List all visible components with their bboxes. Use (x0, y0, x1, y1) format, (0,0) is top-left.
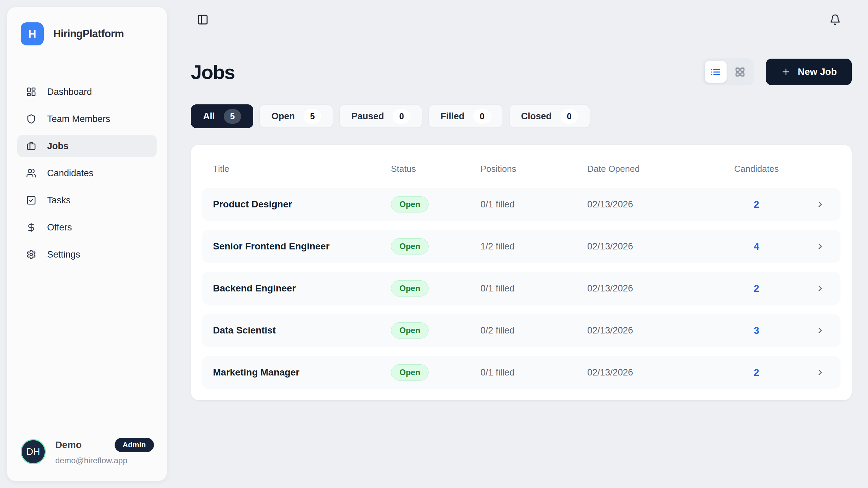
users-icon (26, 168, 36, 178)
sidebar-item[interactable]: Offers (17, 216, 157, 239)
sidebar-nav: Dashboard Team Members Jobs Candidates T… (7, 81, 167, 266)
dollar-icon (26, 222, 36, 232)
table-row[interactable]: Senior Frontend Engineer Open 1/2 filled… (202, 230, 841, 263)
filter-tab-label: Filled (440, 111, 465, 122)
sidebar-item[interactable]: Team Members (17, 108, 157, 130)
job-title: Marketing Manager (213, 367, 391, 378)
role-badge: Admin (115, 438, 154, 452)
table-header: Title Status Positions Date Opened Candi… (202, 149, 841, 188)
filter-tab[interactable]: Open 5 (259, 104, 333, 128)
column-header-positions: Positions (480, 164, 587, 174)
sidebar-item[interactable]: Dashboard (17, 81, 157, 103)
dashboard-icon (26, 87, 36, 97)
brand: H HiringPlatform (7, 7, 167, 45)
filter-tab-label: Open (271, 111, 295, 122)
chevron-right-icon (815, 242, 825, 251)
view-toggle (702, 58, 754, 85)
panel-left-icon (197, 14, 209, 25)
status-badge: Open (391, 196, 429, 212)
page-title: Jobs (191, 61, 235, 83)
job-positions: 0/2 filled (480, 325, 587, 336)
list-view-button[interactable] (705, 61, 727, 83)
table-row[interactable]: Product Designer Open 0/1 filled 02/13/2… (202, 188, 841, 221)
column-header-date-opened: Date Opened (587, 164, 723, 174)
chevron-right-icon (815, 284, 825, 293)
chevron-right-icon (815, 326, 825, 335)
row-open-button[interactable] (790, 200, 830, 209)
user-email: demo@hireflow.app (55, 456, 154, 465)
chevron-right-icon (815, 368, 825, 377)
job-positions: 0/1 filled (480, 367, 587, 378)
sidebar-item-label: Offers (47, 222, 72, 233)
status-badge: Open (391, 238, 429, 255)
column-header-title: Title (213, 164, 391, 174)
sidebar-item-label: Tasks (47, 195, 71, 206)
row-open-button[interactable] (790, 284, 830, 293)
jobs-table-body: Product Designer Open 0/1 filled 02/13/2… (202, 188, 841, 389)
task-check-icon (26, 195, 36, 205)
plus-icon (781, 67, 791, 77)
filter-tab-label: All (203, 111, 215, 122)
job-positions: 0/1 filled (480, 283, 587, 294)
status-badge: Open (391, 322, 429, 339)
job-date-opened: 02/13/2026 (587, 199, 723, 210)
filter-tab-count: 5 (303, 109, 321, 124)
sidebar: H HiringPlatform Dashboard Team Members … (7, 7, 167, 481)
job-date-opened: 02/13/2026 (587, 283, 723, 294)
sidebar-item[interactable]: Candidates (17, 162, 157, 184)
row-open-button[interactable] (790, 326, 830, 335)
sidebar-item-label: Candidates (47, 168, 94, 179)
column-header-candidates: Candidates (723, 164, 790, 174)
job-candidates-count[interactable]: 2 (723, 367, 790, 378)
grid-icon (735, 67, 745, 77)
filter-tab-count: 5 (224, 109, 241, 124)
job-candidates-count[interactable]: 2 (723, 283, 790, 294)
table-row[interactable]: Backend Engineer Open 0/1 filled 02/13/2… (202, 272, 841, 305)
topbar (174, 0, 868, 39)
job-candidates-count[interactable]: 3 (723, 325, 790, 336)
status-badge: Open (391, 364, 429, 381)
filter-tab[interactable]: Paused 0 (339, 104, 422, 128)
filter-tab[interactable]: Closed 0 (509, 104, 590, 128)
content: Jobs (174, 39, 868, 400)
row-open-button[interactable] (790, 242, 830, 251)
jobs-table-card: Title Status Positions Date Opened Candi… (191, 145, 852, 400)
job-candidates-count[interactable]: 2 (723, 199, 790, 210)
row-open-button[interactable] (790, 368, 830, 377)
filter-tab-count: 0 (560, 109, 578, 124)
avatar: DH (21, 439, 46, 464)
briefcase-icon (26, 141, 36, 151)
sidebar-toggle-button[interactable] (195, 12, 211, 27)
table-row[interactable]: Marketing Manager Open 0/1 filled 02/13/… (202, 356, 841, 389)
app-title: HiringPlatform (53, 28, 124, 40)
job-date-opened: 02/13/2026 (587, 241, 723, 252)
status-filter-tabs: All 5 Open 5 Paused 0 Filled 0 Closed 0 (191, 104, 852, 128)
filter-tab[interactable]: All 5 (191, 104, 253, 128)
status-badge: Open (391, 280, 429, 297)
job-title: Backend Engineer (213, 283, 391, 294)
filter-tab[interactable]: Filled 0 (428, 104, 503, 128)
job-candidates-count[interactable]: 4 (723, 241, 790, 252)
new-job-button[interactable]: New Job (766, 59, 852, 85)
sidebar-item[interactable]: Settings (17, 243, 157, 266)
list-icon (710, 67, 721, 77)
sidebar-item[interactable]: Jobs (17, 135, 157, 157)
sidebar-item-label: Settings (47, 249, 80, 260)
sidebar-item-label: Team Members (47, 114, 110, 124)
main-area: Jobs (174, 0, 868, 488)
column-header-status: Status (391, 164, 480, 174)
gear-icon (26, 249, 36, 260)
sidebar-item-label: Jobs (47, 141, 68, 151)
filter-tab-label: Paused (351, 111, 384, 122)
notifications-button[interactable] (827, 12, 843, 27)
grid-view-button[interactable] (729, 61, 751, 83)
filter-tab-count: 0 (393, 109, 410, 124)
job-date-opened: 02/13/2026 (587, 325, 723, 336)
job-date-opened: 02/13/2026 (587, 367, 723, 378)
user-section[interactable]: DH Demo Admin demo@hireflow.app (7, 438, 167, 481)
job-title: Senior Frontend Engineer (213, 241, 391, 252)
sidebar-item[interactable]: Tasks (17, 189, 157, 211)
chevron-right-icon (815, 200, 825, 209)
bell-icon (829, 14, 841, 25)
table-row[interactable]: Data Scientist Open 0/2 filled 02/13/202… (202, 314, 841, 347)
